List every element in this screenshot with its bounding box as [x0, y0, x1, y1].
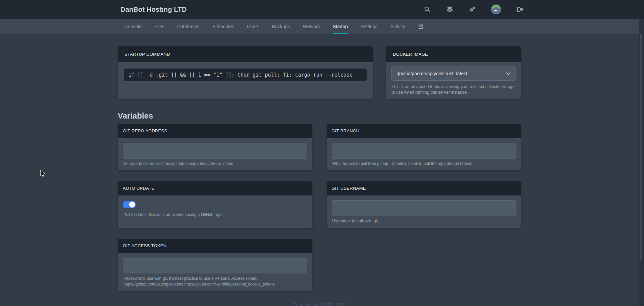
footer-copyright: Pterodactyl® © 2015 - 2026 — [0, 303, 639, 306]
tab-startup[interactable]: Startup — [333, 19, 348, 34]
tab-settings[interactable]: Settings — [361, 19, 378, 34]
tab-activity[interactable]: Activity — [390, 19, 405, 34]
variable-title: GIT REPO ADDRESS — [118, 124, 312, 138]
docker-image-help: This is an advanced feature allowing you… — [391, 84, 516, 95]
variable-title: GIT BRANCH — [327, 124, 521, 138]
git-access-token-input[interactable] — [123, 258, 307, 273]
git-branch-input[interactable] — [332, 143, 516, 159]
vertical-scrollbar[interactable] — [639, 19, 644, 306]
user-avatar[interactable] — [491, 4, 501, 14]
tab-databases[interactable]: Databases — [177, 19, 200, 34]
toggle-knob — [129, 202, 135, 208]
scrollbar-thumb[interactable] — [640, 34, 642, 259]
header-icon-group — [424, 4, 524, 14]
variables-heading: Variables — [118, 111, 521, 121]
variables-grid: GIT REPO ADDRESS Git repo to clone I.E. … — [118, 124, 521, 298]
search-icon[interactable] — [424, 6, 431, 13]
variable-title: AUTO UPDATE — [118, 181, 312, 195]
docker-image-select[interactable]: ghcr.io/parkervcp/yolks:rust_latest — [391, 67, 516, 81]
server-tab-bar: Console Files Databases Schedules Users … — [0, 19, 639, 34]
variable-help: Git repo to clone I.E. https://github.co… — [123, 161, 307, 166]
variable-card-git-branch: GIT BRANCH What branch to pull from gith… — [327, 124, 521, 170]
variable-card-git-repo-address: GIT REPO ADDRESS Git repo to clone I.E. … — [118, 124, 312, 170]
variable-card-git-username: GIT USERNAME Username to auth with git. — [327, 181, 521, 228]
git-username-input[interactable] — [332, 200, 516, 216]
startup-command-title: STARTUP COMMAND — [118, 46, 373, 62]
git-repo-address-input[interactable] — [123, 143, 307, 159]
tab-network[interactable]: Network — [303, 19, 320, 34]
tab-files[interactable]: Files — [154, 19, 164, 34]
server-stack-icon[interactable] — [446, 6, 453, 13]
sign-out-icon[interactable] — [516, 6, 524, 13]
variable-title: GIT ACCESS TOKEN — [118, 239, 312, 253]
variable-title: GIT USERNAME — [327, 181, 521, 195]
docker-image-selected-value: ghcr.io/parkervcp/yolks:rust_latest — [396, 71, 467, 76]
chevron-down-icon — [506, 71, 511, 76]
variable-card-auto-update: AUTO UPDATE Pull the latest files on sta… — [118, 181, 312, 228]
tab-console[interactable]: Console — [124, 19, 142, 34]
variable-help: Password to use with git. It's best prac… — [123, 276, 307, 287]
startup-command-text: if [[ -d .git ]] && [[ 1 == "1" ]]; then… — [124, 69, 367, 81]
docker-image-title: DOCKER IMAGE — [386, 46, 521, 62]
variable-help: What branch to pull from github. Default… — [332, 161, 516, 166]
admin-external-link-icon[interactable] — [418, 19, 424, 34]
docker-image-card: DOCKER IMAGE ghcr.io/parkervcp/yolks:rus… — [386, 46, 521, 99]
tab-users[interactable]: Users — [247, 19, 259, 34]
tab-backups[interactable]: Backups — [272, 19, 290, 34]
startup-command-card: STARTUP COMMAND if [[ -d .git ]] && [[ 1… — [118, 46, 373, 99]
app-title: DanBot Hosting LTD — [120, 6, 187, 13]
top-header: DanBot Hosting LTD — [0, 0, 644, 19]
auto-update-toggle[interactable] — [123, 201, 136, 208]
variable-help: Username to auth with git. — [332, 218, 516, 224]
variable-help: Pull the latest files on startup when us… — [123, 212, 307, 217]
admin-gears-icon[interactable] — [469, 6, 476, 13]
variable-card-git-access-token: GIT ACCESS TOKEN Password to use with gi… — [118, 239, 312, 291]
startup-section: STARTUP COMMAND if [[ -d .git ]] && [[ 1… — [118, 46, 521, 99]
tab-schedules[interactable]: Schedules — [212, 19, 234, 34]
